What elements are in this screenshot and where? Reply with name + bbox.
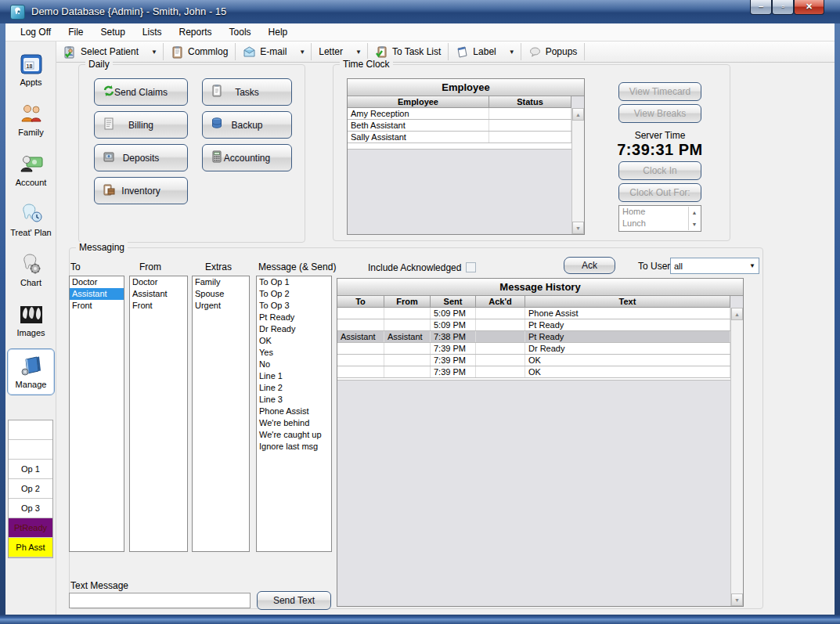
history-row[interactable]: 7:39 PMOK xyxy=(337,366,730,378)
ops-op1-button[interactable]: Op 1 xyxy=(9,460,52,479)
close-button[interactable]: ✕ xyxy=(794,0,824,15)
col-header-ackd[interactable]: Ack'd xyxy=(476,296,525,307)
list-item[interactable]: We're caught up xyxy=(257,429,331,441)
list-item[interactable]: Doctor xyxy=(70,276,124,288)
backup-button[interactable]: Backup xyxy=(202,111,292,139)
send-text-button[interactable]: Send Text xyxy=(257,591,331,610)
sidebar-item-family[interactable]: Family xyxy=(7,98,55,142)
col-header-sent[interactable]: Sent xyxy=(431,296,476,307)
sidebar-item-chart[interactable]: Chart xyxy=(7,248,55,292)
commlog-button[interactable]: Commlog xyxy=(164,41,235,62)
email-button[interactable]: E-mail xyxy=(236,41,294,62)
menu-reports[interactable]: Reports xyxy=(171,24,221,40)
list-item[interactable]: We're behind xyxy=(257,417,331,429)
history-row[interactable]: 5:09 PMPt Ready xyxy=(337,319,730,331)
spin-up-icon[interactable]: ▲ xyxy=(689,207,700,218)
list-item[interactable]: Ignore last msg xyxy=(257,441,331,453)
employee-row[interactable]: Amy Reception xyxy=(348,108,571,120)
message-history-scrollbar[interactable]: ▲ ▼ xyxy=(730,308,743,606)
list-item[interactable]: Phone Assist xyxy=(257,406,331,417)
view-timecard-button[interactable]: View Timecard xyxy=(618,82,701,101)
label-button[interactable]: Label xyxy=(449,41,503,62)
minimize-button[interactable]: – xyxy=(750,0,772,15)
billing-button[interactable]: Billing xyxy=(94,111,188,139)
list-item[interactable]: To Op 2 xyxy=(257,288,331,300)
clock-out-options-spinner[interactable]: ▲ ▼ xyxy=(688,207,700,230)
view-breaks-button[interactable]: View Breaks xyxy=(618,104,701,123)
sidebar-item-treat-plan[interactable]: Treat' Plan xyxy=(7,198,55,242)
maximize-button[interactable]: ▫ xyxy=(772,0,794,15)
ops-empty-row[interactable] xyxy=(9,440,52,460)
list-item[interactable]: Assistant xyxy=(130,288,187,300)
send-claims-button[interactable]: Send Claims xyxy=(94,78,188,106)
list-item[interactable]: Family xyxy=(193,276,249,288)
sidebar-item-manage[interactable]: Manage xyxy=(7,348,55,395)
text-message-input[interactable] xyxy=(69,593,251,608)
col-header-from[interactable]: From xyxy=(384,296,431,307)
employee-table-scrollbar[interactable]: ▲ ▼ xyxy=(571,108,584,234)
clock-out-options-list[interactable]: Home Lunch ▲ ▼ xyxy=(618,205,701,232)
list-item[interactable]: Front xyxy=(70,300,124,312)
sidebar-item-account[interactable]: Account xyxy=(7,148,55,192)
history-row-selected[interactable]: AssistantAssistant7:38 PMPt Ready xyxy=(337,331,730,343)
to-user-dropdown[interactable]: all ▼ xyxy=(670,258,759,274)
popups-button[interactable]: Popups xyxy=(521,41,585,62)
list-item[interactable]: Spouse xyxy=(193,288,249,300)
list-item[interactable]: Urgent xyxy=(193,300,249,312)
clock-out-for-button[interactable]: Clock Out For: xyxy=(618,183,701,202)
list-item[interactable]: Yes xyxy=(257,347,331,359)
clock-in-button[interactable]: Clock In xyxy=(618,161,701,180)
select-patient-dropdown[interactable]: ▼ xyxy=(146,41,163,62)
list-item[interactable]: OK xyxy=(257,335,331,347)
menu-tools[interactable]: Tools xyxy=(221,24,260,40)
history-row[interactable]: 5:09 PMPhone Assist xyxy=(337,308,730,319)
list-item[interactable]: Dr Ready xyxy=(257,323,331,335)
spin-down-icon[interactable]: ▼ xyxy=(689,218,700,230)
ops-op2-button[interactable]: Op 2 xyxy=(9,479,52,499)
list-item[interactable]: Pt Ready xyxy=(257,312,331,323)
scroll-down-icon[interactable]: ▼ xyxy=(731,593,743,606)
to-listbox: Doctor Assistant Front xyxy=(69,276,124,552)
list-item[interactable]: To Op 3 xyxy=(257,300,331,312)
menu-setup[interactable]: Setup xyxy=(92,24,133,40)
scroll-down-icon[interactable]: ▼ xyxy=(572,222,584,234)
list-item[interactable]: Line 3 xyxy=(257,394,331,406)
history-row[interactable]: 7:39 PMOK xyxy=(337,355,730,366)
employee-col-header[interactable]: Employee xyxy=(348,96,489,107)
scroll-up-icon[interactable]: ▲ xyxy=(572,108,584,121)
title-bar[interactable]: Demo Database {Admin} - Smith, John - 15… xyxy=(0,0,840,23)
list-item[interactable]: Line 1 xyxy=(257,370,331,382)
sidebar-item-appts[interactable]: 18 Appts xyxy=(7,48,55,92)
accounting-button[interactable]: Accounting xyxy=(202,144,292,171)
ack-button[interactable]: Ack xyxy=(564,257,615,274)
deposits-button[interactable]: Deposits xyxy=(94,144,188,171)
menu-lists[interactable]: Lists xyxy=(134,24,171,40)
ops-empty-row[interactable] xyxy=(9,420,52,440)
col-header-text[interactable]: Text xyxy=(525,296,730,307)
include-acknowledged-checkbox[interactable] xyxy=(466,262,476,272)
employee-row[interactable]: Beth Assistant xyxy=(348,120,571,132)
list-item-selected[interactable]: Assistant xyxy=(70,288,124,300)
history-row[interactable]: 7:39 PMDr Ready xyxy=(337,343,730,355)
list-item[interactable]: Front xyxy=(130,300,187,312)
scroll-up-icon[interactable]: ▲ xyxy=(731,308,743,320)
col-header-to[interactable]: To xyxy=(337,296,384,307)
list-item[interactable]: Line 2 xyxy=(257,382,331,394)
status-col-header[interactable]: Status xyxy=(489,96,571,107)
label-dropdown[interactable]: ▼ xyxy=(503,41,521,62)
ops-phasst-button[interactable]: Ph Asst xyxy=(9,538,52,557)
employee-row[interactable]: Sally Assistant xyxy=(348,132,571,143)
email-dropdown[interactable]: ▼ xyxy=(294,41,311,62)
ops-op3-button[interactable]: Op 3 xyxy=(9,499,52,518)
ops-ptready-button[interactable]: PtReady xyxy=(9,518,52,538)
tasks-button[interactable]: Tasks xyxy=(202,78,292,106)
sidebar-item-images[interactable]: Images xyxy=(7,298,55,342)
menu-help[interactable]: Help xyxy=(260,24,297,40)
menu-file[interactable]: File xyxy=(59,24,92,40)
list-item[interactable]: No xyxy=(257,359,331,370)
list-item[interactable]: To Op 1 xyxy=(257,276,331,288)
inventory-button[interactable]: Inventory xyxy=(94,177,188,204)
list-item[interactable]: Doctor xyxy=(130,276,187,288)
message-history-title: Message History xyxy=(337,279,743,296)
menu-log-off[interactable]: Log Off xyxy=(12,24,59,40)
